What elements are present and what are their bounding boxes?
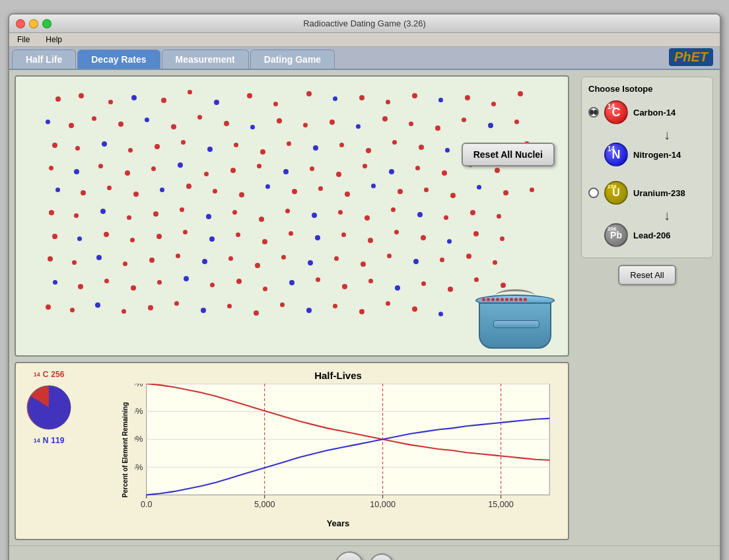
particle xyxy=(72,260,77,265)
graph-svg: 100% 75% 50% 25% 1 2 xyxy=(135,384,561,516)
particle xyxy=(368,238,373,243)
particle xyxy=(336,172,341,177)
particle xyxy=(174,301,179,306)
particle xyxy=(131,285,136,291)
x-axis-label: Years xyxy=(115,518,561,528)
carbon-radio[interactable] xyxy=(588,107,599,118)
lead-mass-label: 206 xyxy=(608,226,616,232)
particle xyxy=(310,166,314,171)
particle xyxy=(228,256,233,261)
particle xyxy=(345,192,350,197)
particle xyxy=(145,118,149,122)
nitrogen-mass-label: 14 xyxy=(608,145,615,153)
particle xyxy=(213,189,217,193)
particle xyxy=(462,118,466,122)
svg-text:10,000: 10,000 xyxy=(370,500,396,509)
reset-all-button[interactable]: Reset All xyxy=(618,265,676,285)
particle xyxy=(69,123,74,128)
particle xyxy=(77,236,82,241)
particle xyxy=(46,304,51,310)
uranium-label: Uranium-238 xyxy=(633,188,685,198)
particle xyxy=(262,239,267,244)
particle xyxy=(306,91,312,96)
particle xyxy=(493,260,497,265)
particle xyxy=(497,214,501,219)
maximize-button[interactable] xyxy=(42,19,52,28)
carbon-symbol: C xyxy=(43,370,49,379)
particle xyxy=(283,169,289,174)
particle xyxy=(333,304,337,308)
particle xyxy=(133,192,139,197)
particle xyxy=(466,254,471,259)
tab-dating-game[interactable]: Dating Game xyxy=(250,50,335,69)
close-button[interactable] xyxy=(16,19,25,28)
bottom-bar: ⏸ ⏭ xyxy=(9,545,720,560)
particle xyxy=(104,232,109,237)
particle xyxy=(339,143,344,147)
chart-container: Half-Lives Percent of Element Remaining xyxy=(82,363,568,539)
particle xyxy=(75,146,80,151)
particle xyxy=(386,100,390,104)
particle xyxy=(104,279,109,283)
svg-text:0.0: 0.0 xyxy=(141,500,153,509)
pause-button[interactable]: ⏸ xyxy=(335,551,364,561)
particle xyxy=(149,258,155,263)
particle xyxy=(338,210,343,215)
particle xyxy=(470,210,475,215)
simulation-area: Reset All Nuclei xyxy=(15,75,569,357)
particle xyxy=(387,254,392,258)
tab-decay-rates[interactable]: Decay Rates xyxy=(77,50,160,69)
particle xyxy=(131,95,137,100)
particle xyxy=(186,184,191,189)
particle xyxy=(74,213,79,218)
nitrogen-legend: 14 N 119 xyxy=(34,436,65,445)
tab-measurement[interactable]: Measurement xyxy=(162,50,249,69)
particle xyxy=(371,184,376,188)
particle xyxy=(394,230,399,234)
help-menu[interactable]: Help xyxy=(43,34,65,45)
particle xyxy=(289,231,293,236)
reset-nuclei-button[interactable]: Reset All Nuclei xyxy=(462,143,555,166)
particle xyxy=(477,185,481,190)
particle xyxy=(341,232,346,237)
particle xyxy=(389,169,394,174)
particle xyxy=(161,98,166,103)
particle xyxy=(100,209,106,214)
particle xyxy=(55,96,61,102)
particle xyxy=(239,192,244,197)
window-title: Radioactive Dating Game (3.26) xyxy=(303,18,426,28)
particle xyxy=(202,259,207,264)
minimize-button[interactable] xyxy=(29,19,38,28)
particle xyxy=(530,188,534,192)
particle xyxy=(330,120,335,125)
particle xyxy=(450,193,456,198)
particle xyxy=(79,93,84,98)
particle xyxy=(285,209,290,213)
nitrogen-option-row: 14 N Nitrogen-14 xyxy=(588,143,706,166)
svg-text:100%: 100% xyxy=(135,384,143,388)
carbon-option-row: 14 C Carbon-14 xyxy=(588,100,706,124)
uranium-radio[interactable] xyxy=(588,188,599,198)
particle xyxy=(207,147,213,152)
particle xyxy=(151,166,156,171)
tab-half-life[interactable]: Half Life xyxy=(12,50,76,69)
particle xyxy=(247,93,252,98)
particle xyxy=(445,148,450,153)
particle xyxy=(155,144,160,149)
uranium-option-row: 238 U Uranium-238 xyxy=(588,181,706,205)
particle xyxy=(361,262,366,267)
carbon-mass-label: 14 xyxy=(608,103,615,110)
step-button[interactable]: ⏭ xyxy=(369,553,394,561)
nitrogen-count: 119 xyxy=(51,436,64,445)
title-bar: Radioactive Dating Game (3.26) xyxy=(9,15,720,33)
particle xyxy=(49,210,54,215)
file-menu[interactable]: File xyxy=(15,34,32,45)
particle xyxy=(125,170,130,176)
particle xyxy=(157,280,162,285)
particle xyxy=(273,102,278,106)
particle xyxy=(277,118,282,123)
nitrogen-atom: 14 N xyxy=(604,143,628,166)
particle xyxy=(392,140,397,145)
particle xyxy=(160,188,164,192)
carbon-atom: 14 C xyxy=(604,100,628,124)
